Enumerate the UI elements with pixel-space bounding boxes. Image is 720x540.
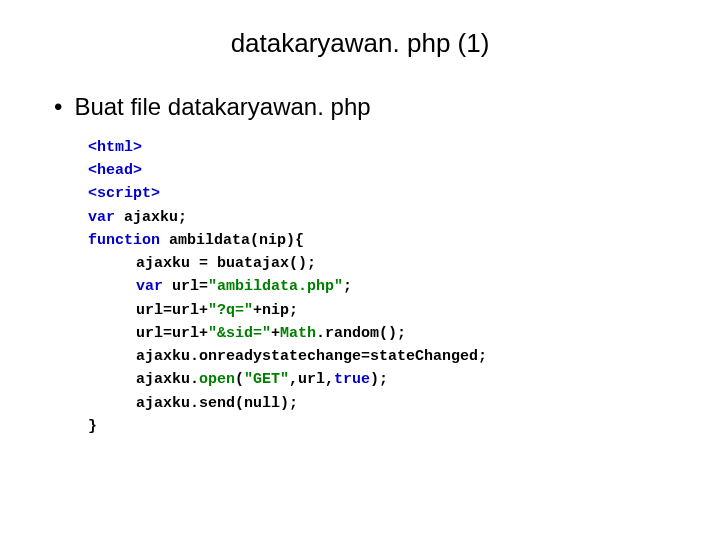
code-token: +nip; (253, 302, 298, 319)
code-token: Math (280, 325, 316, 342)
code-token: "?q=" (208, 302, 253, 319)
code-token: .random(); (316, 325, 406, 342)
code-token: ( (235, 371, 244, 388)
bullet-item: • Buat file datakaryawan. php (54, 93, 670, 122)
code-token: ajaxku = buatajax(); (136, 255, 316, 272)
bullet-text: Buat file datakaryawan. php (74, 93, 370, 122)
code-token: "&sid=" (208, 325, 271, 342)
bullet-dot: • (54, 93, 62, 122)
code-token: ajaxku.send(null); (136, 395, 298, 412)
code-token: ambildata(nip){ (160, 232, 304, 249)
code-token: function (88, 232, 160, 249)
code-token: ; (343, 278, 352, 295)
code-block: <html> <head> <script> var ajaxku; funct… (88, 136, 670, 438)
code-token: var (136, 278, 163, 295)
code-token: <head> (88, 162, 142, 179)
code-token: <html> (88, 139, 142, 156)
code-token: "ambildata.php" (208, 278, 343, 295)
code-token: true (334, 371, 370, 388)
code-token: <script> (88, 185, 160, 202)
code-token: } (88, 418, 97, 435)
code-token: ajaxku. (136, 371, 199, 388)
code-token: url= (163, 278, 208, 295)
code-token: var (88, 209, 115, 226)
code-token: ,url, (289, 371, 334, 388)
code-token: ); (370, 371, 388, 388)
slide-title: datakaryawan. php (1) (50, 28, 670, 59)
code-token: url=url+ (136, 325, 208, 342)
code-token: ajaxku; (115, 209, 187, 226)
code-token: "GET" (244, 371, 289, 388)
code-token: + (271, 325, 280, 342)
code-token: url=url+ (136, 302, 208, 319)
code-token: open (199, 371, 235, 388)
code-token: ajaxku.onreadystatechange=stateChanged; (136, 348, 487, 365)
